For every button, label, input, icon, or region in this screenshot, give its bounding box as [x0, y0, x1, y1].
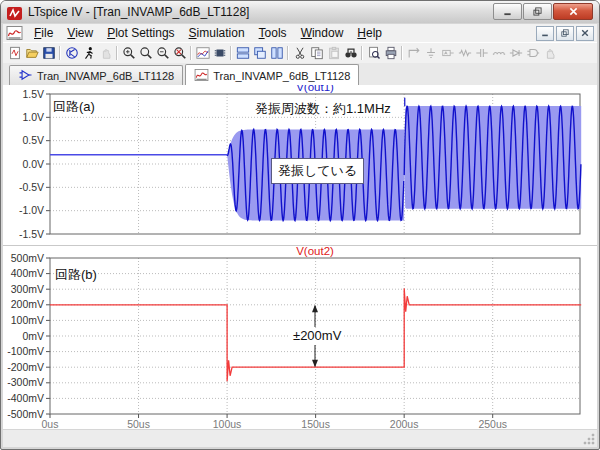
- x-tick-label: 50us: [127, 418, 150, 429]
- y-tick-label: 300mV: [11, 283, 44, 295]
- document-minimize-button[interactable]: [536, 26, 554, 41]
- y-tick-label: 1.5V: [22, 88, 44, 100]
- tab-label: Tran_INVAMP_6dB_LT1128: [37, 70, 174, 82]
- y-tick-label: 400mV: [11, 267, 44, 279]
- menu-file[interactable]: File: [27, 25, 60, 41]
- annotation-oscillating-box: 発振している: [271, 158, 364, 184]
- label-button: [439, 45, 456, 62]
- zoom-in-button[interactable]: [120, 45, 137, 62]
- toolbar-separator: [401, 46, 403, 60]
- measure-arrowhead-down: [312, 360, 318, 368]
- x-tick-label: 150us: [301, 418, 330, 429]
- minimize-button[interactable]: [493, 3, 522, 20]
- toolbar-separator: [230, 46, 232, 60]
- document-close-button[interactable]: [576, 26, 594, 41]
- y-tick-label: 100mV: [11, 314, 44, 326]
- annotation-circuit-b: 回路(b): [55, 266, 97, 284]
- menu-plot-settings[interactable]: Plot Settings: [100, 25, 181, 41]
- cascade-button[interactable]: [251, 45, 268, 62]
- y-tick-label: -0.5V: [19, 181, 44, 193]
- ltspice-logo-icon: [7, 6, 22, 19]
- resize-grip[interactable]: [582, 432, 595, 445]
- y-tick-label: 200mV: [11, 298, 44, 310]
- y-tick-label: 0.5V: [22, 134, 44, 146]
- gate-button: [524, 45, 541, 62]
- y-tick-label: 0.0V: [22, 158, 44, 170]
- tab-label: Tran_INVAMP_6dB_LT1128: [213, 70, 350, 82]
- annotation-plus-minus-200mv: ±200mV: [290, 328, 344, 343]
- run-button[interactable]: [80, 45, 97, 62]
- tile-vertical-button[interactable]: [268, 45, 285, 62]
- zoom-out-button[interactable]: [154, 45, 171, 62]
- document-icon: [6, 26, 23, 40]
- save-button[interactable]: [40, 45, 57, 62]
- toolbar-separator: [59, 46, 61, 60]
- print-button[interactable]: [382, 45, 399, 62]
- toolbar-separator: [190, 46, 192, 60]
- annotation-osc-frequency: 発振周波数：約1.1MHz: [255, 100, 391, 118]
- x-tick-label: 250us: [478, 418, 507, 429]
- menu-items: FileViewPlot SettingsSimulationToolsWind…: [27, 25, 389, 41]
- x-tick-label: 100us: [213, 418, 242, 429]
- tab-waveform[interactable]: Tran_INVAMP_6dB_LT1128: [185, 64, 359, 86]
- y-tick-label: 1.0V: [22, 111, 44, 123]
- ground-button: [422, 45, 439, 62]
- waveform-icon: [194, 69, 209, 83]
- tab-bar: Tran_INVAMP_6dB_LT1128 Tran_INVAMP_6dB_L…: [3, 63, 597, 86]
- y-tick-label: -100mV: [7, 345, 44, 357]
- capacitor-button: [473, 45, 490, 62]
- menu-tools[interactable]: Tools: [252, 25, 294, 41]
- component-button[interactable]: [63, 45, 80, 62]
- ltspice-window: LTspice IV - [Tran_INVAMP_6dB_LT1128] Fi…: [0, 0, 600, 450]
- waveform-plot-svg: 1.5V1.0V0.5V0.0V-0.5V-1.0V-1.5VV(out1)50…: [3, 85, 597, 429]
- open-button[interactable]: [23, 45, 40, 62]
- toolbar-separator: [287, 46, 289, 60]
- print-preview-button[interactable]: [365, 45, 382, 62]
- window-title: LTspice IV - [Tran_INVAMP_6dB_LT1128]: [28, 5, 249, 19]
- window-bottom-frame: [3, 430, 597, 447]
- document-restore-button[interactable]: [556, 26, 574, 41]
- y-tick-label: -300mV: [7, 376, 44, 388]
- waveform-viewer[interactable]: 1.5V1.0V0.5V0.0V-0.5V-1.0V-1.5VV(out1)50…: [3, 85, 597, 429]
- title-bar[interactable]: LTspice IV - [Tran_INVAMP_6dB_LT1128]: [1, 1, 599, 23]
- menu-simulation[interactable]: Simulation: [182, 25, 252, 41]
- move-hand-button: [541, 45, 558, 62]
- mdi-window-controls: [536, 26, 594, 41]
- toolbar-items: [6, 45, 558, 62]
- new-schematic-button[interactable]: [6, 45, 23, 62]
- diode-button: [507, 45, 524, 62]
- trace-label[interactable]: V(out2): [296, 245, 334, 257]
- zoom-area-button[interactable]: [137, 45, 154, 62]
- netlist-button[interactable]: [211, 45, 228, 62]
- paste-button: [325, 45, 342, 62]
- window-controls: [493, 3, 593, 20]
- y-tick-label: 500mV: [11, 252, 44, 264]
- menu-view[interactable]: View: [60, 25, 100, 41]
- measure-arrowhead-up: [312, 305, 318, 313]
- restore-button[interactable]: [523, 3, 552, 20]
- resistor-button: [456, 45, 473, 62]
- trace-label[interactable]: V(out1): [296, 85, 334, 93]
- cut-button[interactable]: [291, 45, 308, 62]
- wire-button: [405, 45, 422, 62]
- close-button[interactable]: [553, 3, 593, 20]
- menu-bar: FileViewPlot SettingsSimulationToolsWind…: [3, 24, 597, 42]
- waveform-pane-button[interactable]: [194, 45, 211, 62]
- annotation-circuit-a: 回路(a): [53, 98, 95, 116]
- halt-button: [97, 45, 114, 62]
- menu-window[interactable]: Window: [294, 25, 351, 41]
- y-tick-label: -1.0V: [19, 204, 44, 216]
- tile-horizontal-button[interactable]: [234, 45, 251, 62]
- y-tick-label: -500mV: [7, 408, 44, 420]
- toolbar-separator: [361, 46, 363, 60]
- menu-help[interactable]: Help: [350, 25, 389, 41]
- toolbar-separator: [116, 46, 118, 60]
- find-button[interactable]: [342, 45, 359, 62]
- y-tick-label: -200mV: [7, 361, 44, 373]
- copy-button[interactable]: [308, 45, 325, 62]
- schematic-icon: [18, 69, 33, 83]
- zoom-fit-button[interactable]: [171, 45, 188, 62]
- x-tick-label: 0us: [42, 418, 59, 429]
- toolbar: [3, 42, 597, 64]
- tab-schematic[interactable]: Tran_INVAMP_6dB_LT1128: [9, 65, 183, 85]
